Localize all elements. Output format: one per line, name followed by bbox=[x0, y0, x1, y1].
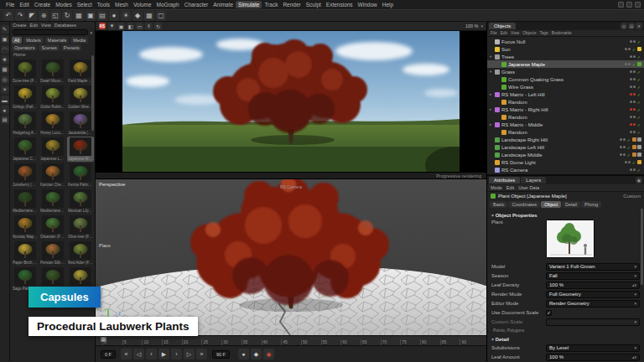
light-icon[interactable]: ☀ bbox=[1, 85, 9, 94]
asset-item[interactable]: Japanese Larch (Fall Plant) bbox=[39, 137, 66, 162]
objects-menu-edit[interactable]: Edit bbox=[501, 31, 507, 35]
enabled-check-icon[interactable]: ✓ bbox=[637, 168, 641, 173]
visibility-dots[interactable] bbox=[630, 131, 636, 133]
object-row[interactable]: Sun✓ bbox=[487, 45, 644, 53]
object-tag-icon[interactable] bbox=[632, 137, 636, 142]
asset-item[interactable]: Japanese Maple (Fall Plant) bbox=[67, 137, 94, 162]
menu-select[interactable]: Select bbox=[75, 1, 95, 8]
visibility-dots[interactable] bbox=[630, 78, 636, 80]
asset-tab-presets[interactable]: Presets bbox=[61, 44, 82, 51]
layout-button-1[interactable] bbox=[618, 2, 624, 8]
tab-objects[interactable]: Objects bbox=[489, 23, 516, 29]
asset-item[interactable]: Paper Birch (Fall Plant) bbox=[12, 240, 39, 266]
environment-icon[interactable]: ☀ bbox=[121, 11, 131, 21]
render-view-icon[interactable]: ▣ bbox=[86, 11, 96, 21]
move-icon[interactable]: ⊕ bbox=[39, 11, 49, 21]
layer-icon[interactable]: ▤ bbox=[1, 116, 9, 124]
model-select[interactable]: Variant 1 Full-Grown▾ bbox=[546, 263, 640, 271]
play-icon[interactable]: ▶ bbox=[158, 349, 169, 359]
cube-icon[interactable]: ▣ bbox=[1, 35, 9, 44]
visibility-dots[interactable] bbox=[630, 40, 636, 43]
asset-item[interactable]: Kanzan Cherry (Fall Plant) bbox=[39, 163, 66, 188]
asset-item[interactable]: Honey Locust 'Sunburst' (Fall Plant) bbox=[39, 111, 66, 136]
asset-item[interactable]: Field Maple (Fall Plant) bbox=[67, 59, 94, 84]
prev-frame-icon[interactable]: ‹ bbox=[146, 349, 157, 359]
end-frame-field[interactable]: 90 F bbox=[212, 350, 230, 359]
attr-tab-detail[interactable]: Detail bbox=[562, 201, 580, 208]
object-row[interactable]: RS Camera✓ bbox=[487, 166, 644, 173]
menu-character[interactable]: Character bbox=[182, 1, 211, 8]
asset-item[interactable]: Jacaranda (Fall Plant) bbox=[67, 111, 94, 136]
menu-mesh[interactable]: Mesh bbox=[112, 1, 131, 8]
visibility-dots[interactable] bbox=[630, 108, 636, 111]
asset-item[interactable]: Olive-tree (Fall Plant) bbox=[67, 215, 94, 240]
leaf-density-field[interactable]: 100 %▴▾ bbox=[546, 282, 640, 289]
asset-item[interactable]: Mediterranean Fan Palm (Fall Plant) bbox=[39, 189, 66, 214]
enabled-check-icon[interactable]: ✓ bbox=[627, 153, 631, 158]
detail-header[interactable]: ▾ Detail bbox=[491, 334, 640, 343]
tab-layers[interactable]: Layers bbox=[521, 177, 546, 184]
attr-menu-mode[interactable]: Mode bbox=[491, 185, 502, 190]
object-row[interactable]: Random✓ bbox=[487, 98, 644, 106]
filter-icon[interactable]: ▤ bbox=[628, 23, 635, 29]
layout-button-3[interactable] bbox=[635, 2, 641, 8]
menu-extensions[interactable]: Extensions bbox=[324, 1, 356, 8]
asset-menu-databases[interactable]: Databases bbox=[55, 23, 76, 28]
render-zoom-level[interactable]: 100 % bbox=[465, 23, 479, 28]
attr-tab-object[interactable]: Object bbox=[541, 201, 561, 208]
zoom-dropdown-icon[interactable]: ▾ bbox=[480, 23, 483, 28]
enabled-check-icon[interactable]: ✓ bbox=[637, 92, 641, 97]
object-row[interactable]: ▸RS Matrix - Middle✓ bbox=[487, 121, 644, 128]
modifier-icon[interactable]: ◈ bbox=[1, 55, 9, 64]
pen-icon[interactable]: ✎ bbox=[1, 25, 9, 34]
object-row[interactable]: Landscape Right Hill✓ bbox=[487, 136, 644, 143]
visibility-dots[interactable] bbox=[630, 93, 636, 96]
enabled-check-icon[interactable]: ✓ bbox=[637, 54, 641, 59]
asset-scrollbar[interactable] bbox=[91, 55, 94, 131]
asset-item[interactable]: Persian Silk-tree (Fall Plant) bbox=[39, 240, 66, 266]
attributes-scrollbar[interactable] bbox=[641, 218, 643, 285]
enabled-check-icon[interactable]: ✓ bbox=[637, 100, 641, 105]
object-row[interactable]: Landscape Middle✓ bbox=[487, 151, 644, 158]
asset-search-input[interactable] bbox=[13, 29, 88, 35]
panel-menu-icon[interactable]: ▾ bbox=[636, 23, 642, 29]
lock-icon[interactable]: ◉ bbox=[636, 177, 642, 184]
objects-menu-objects[interactable]: Objects bbox=[522, 31, 536, 35]
pause-icon[interactable]: ‖ bbox=[145, 23, 153, 30]
object-tag-icon[interactable] bbox=[632, 145, 636, 149]
enabled-check-icon[interactable]: ✓ bbox=[627, 137, 631, 142]
asset-menu-view[interactable]: View bbox=[41, 23, 51, 28]
spline-icon[interactable]: ◠ bbox=[1, 45, 9, 54]
asset-item[interactable]: Ginkgo (Fall Plant) bbox=[12, 85, 39, 110]
visibility-dots[interactable] bbox=[630, 55, 636, 58]
visibility-dots[interactable] bbox=[620, 146, 626, 148]
attr-menu-user-data[interactable]: User Data bbox=[518, 185, 539, 190]
objects-menu-tags[interactable]: Tags bbox=[540, 31, 548, 35]
perspective-viewport[interactable]: Perspective RS Camera Place bbox=[96, 179, 486, 335]
menu-simulate[interactable]: Simulate bbox=[236, 1, 262, 8]
object-row[interactable]: ▸RS Matrix - Right Hill✓ bbox=[487, 106, 644, 113]
attr-tab-phong[interactable]: Phong bbox=[581, 201, 601, 208]
enabled-check-icon[interactable]: ✓ bbox=[637, 77, 641, 82]
object-row[interactable]: ▾Grass✓ bbox=[487, 68, 644, 75]
object-row[interactable]: RS Dome Light✓ bbox=[487, 158, 644, 166]
asset-tab-operators[interactable]: Operators bbox=[12, 44, 37, 51]
plant-preview-thumbnail[interactable] bbox=[546, 220, 595, 258]
visibility-dots[interactable] bbox=[630, 70, 636, 73]
visibility-dots[interactable] bbox=[625, 48, 631, 50]
go-end-icon[interactable]: » bbox=[196, 349, 207, 359]
start-frame-field[interactable]: 0 F bbox=[101, 350, 116, 359]
viewport-splitter[interactable]: Progressive rendering bbox=[96, 172, 486, 179]
object-row[interactable]: Landscape Left Hill✓ bbox=[487, 143, 644, 151]
asset-tab-models[interactable]: Models bbox=[23, 37, 44, 44]
snapshot-icon[interactable]: ▣ bbox=[117, 23, 125, 30]
prev-key-icon[interactable]: ◁ bbox=[133, 349, 144, 359]
object-tag-icon[interactable] bbox=[632, 153, 636, 157]
asset-menu-create[interactable]: Create bbox=[13, 23, 27, 28]
asset-item[interactable]: Kentia Palm (Fall Plant) bbox=[67, 163, 94, 188]
select-icon[interactable]: ◤ bbox=[27, 11, 37, 21]
asset-menu-edit[interactable]: Edit bbox=[30, 23, 38, 28]
asset-item[interactable]: Golden Weeping Willow (Fall Plant) bbox=[67, 85, 94, 110]
asset-item[interactable]: Mexican Lily (Fall Plant) bbox=[67, 189, 94, 214]
object-row[interactable]: Focus Null✓ bbox=[487, 38, 644, 45]
